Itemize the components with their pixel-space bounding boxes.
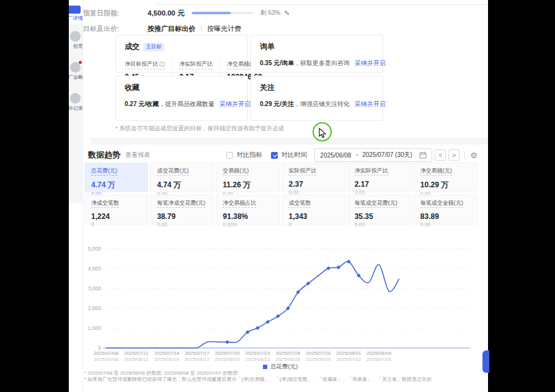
budget-label: 预算日限额: xyxy=(83,9,148,18)
date-range-picker[interactable]: 2025/06/08 ~ 2025/07/07 (30天) xyxy=(314,148,432,162)
floating-side-tab[interactable] xyxy=(482,350,489,373)
edit-budget-icon[interactable]: ✎ xyxy=(284,9,290,17)
adopt-enable-link[interactable]: 采纳并开启 xyxy=(355,60,386,66)
main-content: 预算日限额: 4,500.00 元 剩 63% ✎ 目标及出价: 按推广目标出价… xyxy=(83,0,488,392)
metric-card-value: 35.35 xyxy=(355,212,405,221)
view-report-link[interactable]: 查看报表 xyxy=(125,151,150,159)
metric-card-value: 38.79 xyxy=(157,212,207,221)
info-icon[interactable]: i xyxy=(159,61,165,67)
metric-card[interactable]: 净成交笔数 1,224 0 xyxy=(84,195,148,225)
metric-card[interactable]: 净交易额(元) 10.29 万 0.00 xyxy=(414,163,477,192)
svg-text:3,000: 3,000 xyxy=(88,285,102,292)
budget-progress-fill xyxy=(192,12,231,14)
metric-card[interactable]: 成交笔数 1,343 0 xyxy=(282,195,345,225)
sidebar-active-tab[interactable] xyxy=(69,6,81,14)
metric-card-label: 每笔成交花费(元) xyxy=(355,199,397,208)
metric-card-label: 净交易额占比 xyxy=(223,199,256,208)
compare-metric-label[interactable]: 对比指标 xyxy=(236,151,262,159)
budget-remaining: 剩 63% xyxy=(260,9,280,17)
svg-text:2025/07/20: 2025/07/20 xyxy=(215,350,241,356)
trend-line-chart: 01,0002,0003,0004,0005,0002025/07/082025… xyxy=(84,241,477,363)
bid-option-by-impression[interactable]: 按曝光计费 xyxy=(207,24,241,33)
sidebar-item-diagnosis[interactable]: 推广诊断 xyxy=(69,62,83,86)
metric-card[interactable]: 总花费(元) 4.74 万 0.00 xyxy=(84,163,148,192)
sidebar-panel: 创意 推广诊断 操作记录 xyxy=(69,24,83,203)
sidebar-item-records[interactable]: 操作记录 xyxy=(69,93,83,117)
trend-header: 数据趋势 查看报表 对比指标 对比时间 2025/06/08 ~ 2025/07… xyxy=(88,148,477,163)
svg-text:2025/07/08: 2025/07/08 xyxy=(94,350,119,356)
prev-period-button[interactable]: < xyxy=(435,149,446,161)
metric-card-label: 净交易额(元) xyxy=(420,167,452,176)
metric-card-label: 成交笔数 xyxy=(288,199,311,208)
footnote-disclaimer: * 如果推广在暂停或删除前已经获得了曝光，那么在暂停或重建后展示「(净)交易额」… xyxy=(84,376,432,383)
svg-text:2025/06/14: 2025/06/14 xyxy=(154,357,180,362)
svg-text:1,000: 1,000 xyxy=(88,325,102,331)
svg-text:2,000: 2,000 xyxy=(88,305,102,311)
goal-card-follow: 关注 0.29 元/关注，增强店铺关注转化采纳并开启 xyxy=(251,76,383,121)
clock-icon xyxy=(70,93,81,104)
date-separator: ~ xyxy=(355,152,358,159)
metric-label: 净实际投产比 xyxy=(179,60,213,69)
metric-card-label: 总花费(元) xyxy=(91,167,117,176)
goal-bid-row: 目标及出价: 按推广目标出价 按曝光计费 xyxy=(83,23,241,34)
goal-card-desc: 0.35 元/询单，获取更多意向咨询采纳并开启 xyxy=(260,59,374,68)
adopt-enable-link[interactable]: 采纳并开启 xyxy=(355,100,386,107)
metric-card[interactable]: 实际投产比 2.37 0.00 xyxy=(282,163,345,192)
metric-card-label: 每笔成交金额(元) xyxy=(420,199,463,208)
metric-card-value: 11.26 万 xyxy=(223,180,273,190)
svg-text:2025/07/05: 2025/07/05 xyxy=(366,357,392,362)
next-period-button[interactable]: > xyxy=(448,149,460,161)
sidebar-item-detail[interactable]: 推广详情 xyxy=(69,15,83,22)
gear-icon[interactable]: ⚙ xyxy=(470,151,477,159)
metric-card-compare-value: 0.00 xyxy=(157,221,207,228)
metric-card[interactable]: 交易额(元) 11.26 万 0.00 xyxy=(216,163,280,192)
metric-card[interactable]: 每笔成交花费(元) 35.35 0.00 xyxy=(348,195,412,225)
svg-text:2025/07/26: 2025/07/26 xyxy=(275,350,301,356)
budget-row: 预算日限额: 4,500.00 元 剩 63% ✎ xyxy=(83,7,290,19)
date-start: 2025/06/08 xyxy=(320,152,351,159)
legend-swatch xyxy=(263,365,267,369)
svg-text:2025/07/17: 2025/07/17 xyxy=(185,350,210,356)
metric-card-compare-value: 0 xyxy=(288,221,339,228)
goal-card-desc: 0.27 元/收藏，提升商品收藏数量采纳并开启 xyxy=(125,100,239,109)
app-window: 推广详情 创意 推广诊断 操作记录 预算日限额: 4,500.00 元 剩 63… xyxy=(69,0,488,392)
metric-card-grid: 总花费(元) 4.74 万 0.00 成交花费(元) 4.74 万 0.00 交… xyxy=(84,163,477,225)
svg-text:2025/08/01: 2025/08/01 xyxy=(336,350,362,356)
legend-label: 总花费(元) xyxy=(270,363,298,371)
svg-text:5,000: 5,000 xyxy=(88,246,102,252)
metric-label: 净目标投产比i xyxy=(125,60,165,69)
metric-card[interactable]: 每笔净成交花费(元) 38.79 0.00 xyxy=(150,195,214,225)
option-divider xyxy=(201,25,202,32)
compare-metric-checkbox[interactable] xyxy=(226,152,233,159)
svg-text:2025/07/14: 2025/07/14 xyxy=(154,350,180,356)
budget-progress-bar xyxy=(192,12,254,14)
metric-card[interactable]: 净交易额占比 91.38% 0.00% xyxy=(216,195,280,225)
metric-card[interactable]: 净实际投产比 2.17 0.00 xyxy=(348,163,412,192)
goal-card-title: 成交 xyxy=(125,42,140,52)
svg-text:2025/06/29: 2025/06/29 xyxy=(306,357,331,362)
metric-card-label: 净实际投产比 xyxy=(355,167,388,176)
compare-time-checkbox[interactable] xyxy=(271,152,278,159)
metric-card-compare-value: 0.00 xyxy=(355,221,405,228)
metric-card[interactable]: 成交花费(元) 4.74 万 0.00 xyxy=(150,163,214,192)
metric-card-value: 4.74 万 xyxy=(157,180,207,190)
svg-text:2025/07/29: 2025/07/29 xyxy=(306,350,331,356)
top-divider xyxy=(156,4,488,5)
metric-card[interactable]: 每笔成交金额(元) 83.89 0.00 xyxy=(414,195,477,225)
adopt-enable-link[interactable]: 采纳并开启 xyxy=(220,100,251,107)
compare-time-label[interactable]: 对比时间 xyxy=(281,151,307,159)
svg-text:2025/06/23: 2025/06/23 xyxy=(245,357,270,362)
svg-text:4,000: 4,000 xyxy=(88,265,102,272)
metric-card-label: 交易额(元) xyxy=(223,167,249,176)
svg-text:2025/06/20: 2025/06/20 xyxy=(215,357,241,362)
bid-option-by-goal[interactable]: 按推广目标出价 xyxy=(148,24,195,33)
metric-card-value: 4.74 万 xyxy=(91,180,141,190)
goal-card-title: 关注 xyxy=(260,82,275,93)
sidebar-item-creative[interactable]: 创意 xyxy=(69,31,83,55)
goal-bid-label: 目标及出价: xyxy=(83,24,148,33)
metric-card-value: 1,224 xyxy=(91,212,141,221)
sidebar: 推广详情 创意 推广诊断 操作记录 xyxy=(69,0,83,392)
metric-card-value: 10.29 万 xyxy=(420,180,471,190)
metric-card-label: 每笔净成交花费(元) xyxy=(157,199,205,208)
goal-card-favorite: 收藏 0.27 元/收藏，提升商品收藏数量采纳并开启 xyxy=(115,76,248,121)
